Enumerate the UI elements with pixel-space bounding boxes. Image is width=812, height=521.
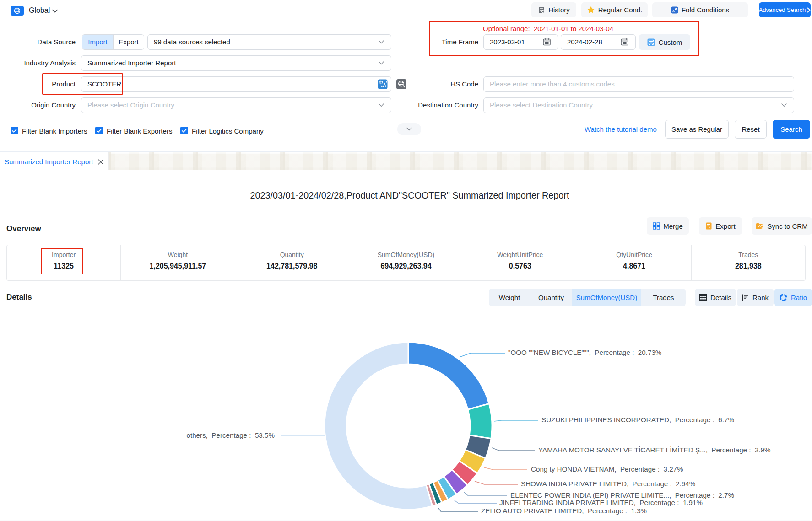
svg-text:ELENTEC POWER INDIA (EPI) PRIV: ELENTEC POWER INDIA (EPI) PRIVATE LIMITE… <box>510 491 734 499</box>
svg-text:YAMAHA MOTOR SANAYI VE TİCARET: YAMAHA MOTOR SANAYI VE TİCARET LİMİTED Ş… <box>538 446 771 454</box>
svg-text:others, Percentage : 53.5%: others, Percentage : 53.5% <box>187 431 275 439</box>
svg-text:"OOO ""NEW BICYCLE""", Percen: "OOO ""NEW BICYCLE""", Percentage : 20.7… <box>508 349 661 356</box>
svg-text:SUZUKI PHILIPPINES INCORPORATE: SUZUKI PHILIPPINES INCORPORATED, Percent… <box>541 416 734 424</box>
svg-text:Công ty HONDA VIETNAM, Percen: Công ty HONDA VIETNAM, Percentage : 3.27… <box>531 465 683 473</box>
svg-text:JINFEI TRADING INDIA PRIVATE L: JINFEI TRADING INDIA PRIVATE LIMITED, Pe… <box>499 499 703 506</box>
svg-text:ZELIO AUTO PRIVATE LIMITED, P: ZELIO AUTO PRIVATE LIMITED, Percentage :… <box>481 507 647 515</box>
svg-text:SHOWA INDIA PRIVATE LIMITED,: SHOWA INDIA PRIVATE LIMITED, Percentage … <box>521 480 695 488</box>
